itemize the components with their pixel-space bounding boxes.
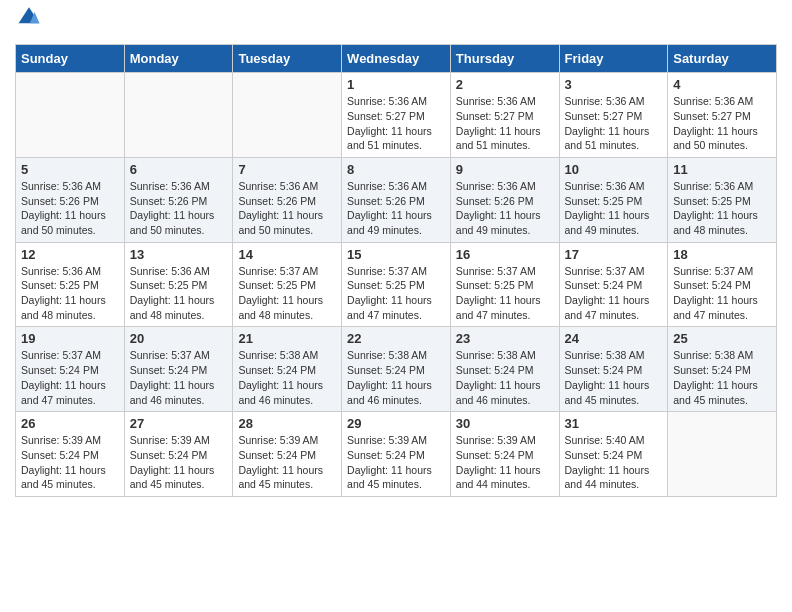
day-info: Sunrise: 5:36 AMSunset: 5:26 PMDaylight:… — [347, 179, 445, 238]
weekday-header: Friday — [559, 45, 668, 73]
calendar-week-row: 1Sunrise: 5:36 AMSunset: 5:27 PMDaylight… — [16, 73, 777, 158]
calendar-week-row: 5Sunrise: 5:36 AMSunset: 5:26 PMDaylight… — [16, 157, 777, 242]
day-info: Sunrise: 5:36 AMSunset: 5:26 PMDaylight:… — [130, 179, 228, 238]
day-info: Sunrise: 5:38 AMSunset: 5:24 PMDaylight:… — [565, 348, 663, 407]
day-number: 16 — [456, 247, 554, 262]
day-number: 11 — [673, 162, 771, 177]
calendar-cell: 12Sunrise: 5:36 AMSunset: 5:25 PMDayligh… — [16, 242, 125, 327]
weekday-header: Tuesday — [233, 45, 342, 73]
day-info: Sunrise: 5:39 AMSunset: 5:24 PMDaylight:… — [130, 433, 228, 492]
calendar-cell: 14Sunrise: 5:37 AMSunset: 5:25 PMDayligh… — [233, 242, 342, 327]
day-number: 15 — [347, 247, 445, 262]
calendar-cell: 27Sunrise: 5:39 AMSunset: 5:24 PMDayligh… — [124, 412, 233, 497]
day-number: 6 — [130, 162, 228, 177]
calendar-cell: 1Sunrise: 5:36 AMSunset: 5:27 PMDaylight… — [342, 73, 451, 158]
day-number: 9 — [456, 162, 554, 177]
calendar-cell: 19Sunrise: 5:37 AMSunset: 5:24 PMDayligh… — [16, 327, 125, 412]
calendar-cell: 5Sunrise: 5:36 AMSunset: 5:26 PMDaylight… — [16, 157, 125, 242]
calendar-table: SundayMondayTuesdayWednesdayThursdayFrid… — [15, 44, 777, 497]
weekday-header: Sunday — [16, 45, 125, 73]
calendar-cell: 31Sunrise: 5:40 AMSunset: 5:24 PMDayligh… — [559, 412, 668, 497]
day-info: Sunrise: 5:38 AMSunset: 5:24 PMDaylight:… — [456, 348, 554, 407]
weekday-header: Monday — [124, 45, 233, 73]
day-number: 13 — [130, 247, 228, 262]
calendar-cell: 30Sunrise: 5:39 AMSunset: 5:24 PMDayligh… — [450, 412, 559, 497]
calendar-cell: 24Sunrise: 5:38 AMSunset: 5:24 PMDayligh… — [559, 327, 668, 412]
calendar-cell: 21Sunrise: 5:38 AMSunset: 5:24 PMDayligh… — [233, 327, 342, 412]
day-info: Sunrise: 5:36 AMSunset: 5:27 PMDaylight:… — [565, 94, 663, 153]
weekday-header: Saturday — [668, 45, 777, 73]
day-info: Sunrise: 5:37 AMSunset: 5:25 PMDaylight:… — [347, 264, 445, 323]
day-number: 14 — [238, 247, 336, 262]
calendar-cell: 25Sunrise: 5:38 AMSunset: 5:24 PMDayligh… — [668, 327, 777, 412]
day-number: 8 — [347, 162, 445, 177]
day-info: Sunrise: 5:38 AMSunset: 5:24 PMDaylight:… — [673, 348, 771, 407]
day-info: Sunrise: 5:37 AMSunset: 5:25 PMDaylight:… — [456, 264, 554, 323]
day-number: 17 — [565, 247, 663, 262]
logo-icon — [17, 5, 41, 27]
day-info: Sunrise: 5:37 AMSunset: 5:25 PMDaylight:… — [238, 264, 336, 323]
calendar-cell: 8Sunrise: 5:36 AMSunset: 5:26 PMDaylight… — [342, 157, 451, 242]
calendar-cell: 16Sunrise: 5:37 AMSunset: 5:25 PMDayligh… — [450, 242, 559, 327]
day-info: Sunrise: 5:36 AMSunset: 5:27 PMDaylight:… — [673, 94, 771, 153]
day-number: 24 — [565, 331, 663, 346]
calendar-cell: 4Sunrise: 5:36 AMSunset: 5:27 PMDaylight… — [668, 73, 777, 158]
calendar-cell: 26Sunrise: 5:39 AMSunset: 5:24 PMDayligh… — [16, 412, 125, 497]
day-info: Sunrise: 5:39 AMSunset: 5:24 PMDaylight:… — [21, 433, 119, 492]
calendar-week-row: 12Sunrise: 5:36 AMSunset: 5:25 PMDayligh… — [16, 242, 777, 327]
day-number: 25 — [673, 331, 771, 346]
calendar-cell: 22Sunrise: 5:38 AMSunset: 5:24 PMDayligh… — [342, 327, 451, 412]
calendar-cell — [124, 73, 233, 158]
day-info: Sunrise: 5:39 AMSunset: 5:24 PMDaylight:… — [456, 433, 554, 492]
day-info: Sunrise: 5:39 AMSunset: 5:24 PMDaylight:… — [347, 433, 445, 492]
day-info: Sunrise: 5:38 AMSunset: 5:24 PMDaylight:… — [347, 348, 445, 407]
calendar-cell — [668, 412, 777, 497]
day-info: Sunrise: 5:37 AMSunset: 5:24 PMDaylight:… — [130, 348, 228, 407]
day-number: 19 — [21, 331, 119, 346]
day-info: Sunrise: 5:37 AMSunset: 5:24 PMDaylight:… — [673, 264, 771, 323]
day-number: 12 — [21, 247, 119, 262]
day-number: 3 — [565, 77, 663, 92]
day-number: 5 — [21, 162, 119, 177]
calendar-cell: 9Sunrise: 5:36 AMSunset: 5:26 PMDaylight… — [450, 157, 559, 242]
day-number: 29 — [347, 416, 445, 431]
calendar-header-row: SundayMondayTuesdayWednesdayThursdayFrid… — [16, 45, 777, 73]
day-info: Sunrise: 5:36 AMSunset: 5:27 PMDaylight:… — [347, 94, 445, 153]
day-number: 23 — [456, 331, 554, 346]
calendar-cell: 17Sunrise: 5:37 AMSunset: 5:24 PMDayligh… — [559, 242, 668, 327]
day-number: 4 — [673, 77, 771, 92]
day-info: Sunrise: 5:36 AMSunset: 5:27 PMDaylight:… — [456, 94, 554, 153]
calendar-body: 1Sunrise: 5:36 AMSunset: 5:27 PMDaylight… — [16, 73, 777, 497]
day-info: Sunrise: 5:38 AMSunset: 5:24 PMDaylight:… — [238, 348, 336, 407]
day-number: 28 — [238, 416, 336, 431]
calendar-cell: 7Sunrise: 5:36 AMSunset: 5:26 PMDaylight… — [233, 157, 342, 242]
calendar-cell: 20Sunrise: 5:37 AMSunset: 5:24 PMDayligh… — [124, 327, 233, 412]
day-info: Sunrise: 5:37 AMSunset: 5:24 PMDaylight:… — [565, 264, 663, 323]
day-number: 31 — [565, 416, 663, 431]
day-info: Sunrise: 5:36 AMSunset: 5:25 PMDaylight:… — [673, 179, 771, 238]
calendar-cell: 11Sunrise: 5:36 AMSunset: 5:25 PMDayligh… — [668, 157, 777, 242]
day-number: 26 — [21, 416, 119, 431]
day-number: 7 — [238, 162, 336, 177]
day-info: Sunrise: 5:39 AMSunset: 5:24 PMDaylight:… — [238, 433, 336, 492]
calendar-cell: 18Sunrise: 5:37 AMSunset: 5:24 PMDayligh… — [668, 242, 777, 327]
header — [15, 10, 777, 34]
day-number: 18 — [673, 247, 771, 262]
calendar-cell: 6Sunrise: 5:36 AMSunset: 5:26 PMDaylight… — [124, 157, 233, 242]
day-number: 21 — [238, 331, 336, 346]
calendar-cell: 10Sunrise: 5:36 AMSunset: 5:25 PMDayligh… — [559, 157, 668, 242]
calendar-cell: 13Sunrise: 5:36 AMSunset: 5:25 PMDayligh… — [124, 242, 233, 327]
day-info: Sunrise: 5:40 AMSunset: 5:24 PMDaylight:… — [565, 433, 663, 492]
day-number: 20 — [130, 331, 228, 346]
logo — [15, 10, 41, 34]
calendar-cell: 28Sunrise: 5:39 AMSunset: 5:24 PMDayligh… — [233, 412, 342, 497]
day-number: 10 — [565, 162, 663, 177]
day-info: Sunrise: 5:37 AMSunset: 5:24 PMDaylight:… — [21, 348, 119, 407]
calendar-cell: 2Sunrise: 5:36 AMSunset: 5:27 PMDaylight… — [450, 73, 559, 158]
day-info: Sunrise: 5:36 AMSunset: 5:25 PMDaylight:… — [130, 264, 228, 323]
day-number: 1 — [347, 77, 445, 92]
calendar-cell: 23Sunrise: 5:38 AMSunset: 5:24 PMDayligh… — [450, 327, 559, 412]
day-info: Sunrise: 5:36 AMSunset: 5:26 PMDaylight:… — [21, 179, 119, 238]
day-info: Sunrise: 5:36 AMSunset: 5:25 PMDaylight:… — [21, 264, 119, 323]
day-info: Sunrise: 5:36 AMSunset: 5:25 PMDaylight:… — [565, 179, 663, 238]
